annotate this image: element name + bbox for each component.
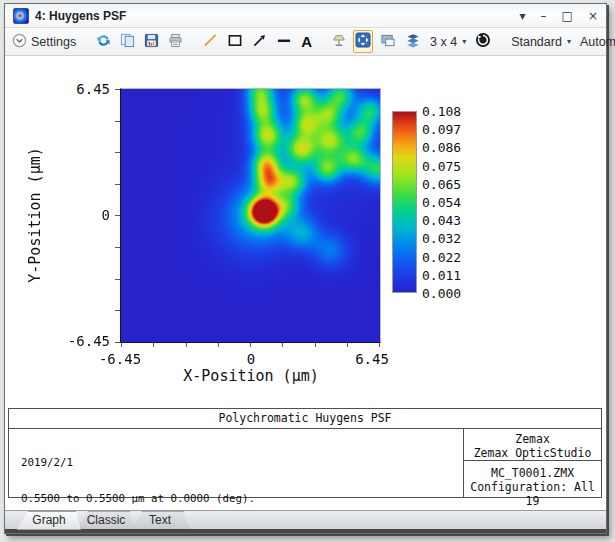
date-text: 2019/2/1	[21, 457, 463, 469]
text-tool-button[interactable]: A	[299, 32, 314, 51]
text-tool-icon: A	[301, 34, 312, 49]
arrow-tool-icon	[252, 33, 267, 51]
x-axis-title: X-Position (µm)	[183, 367, 318, 385]
standard-dropdown[interactable]: Standard ▾	[509, 33, 573, 51]
psf-window-icon	[13, 8, 29, 24]
print-icon	[168, 33, 183, 51]
file-name: MC_T0001.ZMX	[464, 466, 601, 480]
save-icon	[144, 33, 159, 51]
wavelength-text: 0.5500 to 0.5500 µm at 0.0000 (deg).	[21, 493, 463, 505]
analysis-summary: 2019/2/1 0.5500 to 0.5500 µm at 0.0000 (…	[9, 429, 463, 497]
copy-icon	[120, 33, 135, 51]
colorbar-tick-label: 0.011	[422, 268, 461, 283]
refresh-button[interactable]	[94, 31, 113, 53]
info-right-column: Zemax Zemax OpticStudio MC_T0001.ZMX Con…	[463, 429, 601, 497]
copy-image-icon	[380, 33, 396, 51]
psf-heatmap	[121, 89, 380, 342]
x-tick-label: 0	[216, 351, 286, 367]
rectangle-tool-icon	[227, 33, 243, 51]
colorbar-tick-label: 0.097	[422, 122, 461, 137]
window-bottom-edge	[5, 529, 606, 533]
psf-plot-frame	[120, 88, 381, 343]
colorbar-tick-label: 0.065	[422, 177, 461, 192]
line-tool-icon	[203, 33, 218, 51]
window-menu-button[interactable]: ▾	[520, 9, 526, 23]
fit-window-button[interactable]	[353, 30, 373, 53]
standard-label: Standard	[511, 35, 562, 49]
colorbar-tick-label: 0.043	[422, 213, 461, 228]
y-tick-label: 0	[50, 207, 110, 223]
chevron-circle-icon	[12, 33, 27, 51]
save-button[interactable]	[142, 31, 161, 53]
colorbar-labels: 0.1080.0970.0860.0750.0650.0540.0430.032…	[422, 111, 482, 293]
x-axis-ticks	[121, 342, 380, 347]
fit-window-icon	[355, 32, 371, 51]
tab-classic[interactable]: Classic	[77, 511, 135, 530]
titlebar: 4: Huygens PSF ▾ – □ ×	[5, 4, 606, 28]
rectangle-tool-button[interactable]	[225, 31, 245, 53]
vendor-product: Zemax OpticStudio	[464, 446, 601, 460]
colorbar-tick-label: 0.000	[422, 286, 461, 301]
chevron-down-icon: ▾	[462, 37, 466, 46]
copy-image-button[interactable]	[378, 31, 398, 53]
minimize-button[interactable]: –	[541, 9, 547, 23]
history-button[interactable]	[473, 30, 493, 53]
close-button[interactable]: ×	[588, 9, 598, 23]
horizontal-line-tool-button[interactable]	[274, 31, 294, 53]
colorbar-gradient	[392, 111, 417, 293]
settings-dropdown-button[interactable]: Settings	[10, 31, 78, 53]
colorbar-tick-label: 0.054	[422, 195, 461, 210]
window-title: 4: Huygens PSF	[35, 9, 126, 23]
toolbar: Settings A 3 x 4 ▾ Standard ▾ Automatic …	[5, 28, 606, 56]
grid-size-dropdown[interactable]: 3 x 4 ▾	[428, 33, 468, 51]
arrow-tool-button[interactable]	[250, 31, 269, 53]
tab-graph[interactable]: Graph	[17, 511, 81, 530]
vendor-block: Zemax Zemax OpticStudio	[464, 429, 601, 461]
colorbar-tick-label: 0.108	[422, 104, 461, 119]
y-tick-label: 6.45	[50, 81, 110, 97]
tab-text[interactable]: Text	[131, 511, 189, 530]
clock-icon	[475, 32, 491, 51]
automatic-label: Automatic	[580, 35, 615, 49]
automatic-dropdown[interactable]: Automatic ▾	[578, 33, 615, 51]
copy-button[interactable]	[118, 31, 137, 53]
y-axis-title: Y-Position (µm)	[26, 147, 44, 282]
info-panel: Polychromatic Huygens PSF 2019/2/1 0.550…	[8, 408, 602, 498]
lamp-icon	[332, 33, 346, 51]
lamp-button[interactable]	[330, 31, 348, 53]
tab-bar: Graph Classic Text	[5, 510, 606, 530]
y-axis-ticks	[115, 89, 120, 343]
configuration-text: Configuration: All 19	[464, 480, 601, 508]
plot-title: Polychromatic Huygens PSF	[9, 409, 601, 429]
app-window: 4: Huygens PSF ▾ – □ × Settings A 3 x 4	[4, 3, 607, 534]
refresh-icon	[96, 33, 111, 51]
y-tick-label: -6.45	[50, 333, 110, 349]
chevron-down-icon: ▾	[567, 37, 571, 46]
maximize-button[interactable]: □	[562, 9, 573, 23]
settings-label: Settings	[31, 35, 76, 49]
file-block: MC_T0001.ZMX Configuration: All 19	[464, 461, 601, 508]
colorbar-tick-label: 0.075	[422, 159, 461, 174]
horizontal-line-tool-icon	[276, 33, 292, 51]
colorbar-tick-label: 0.022	[422, 250, 461, 265]
graph-view: 6.45 0 -6.45 -6.45 0 6.45 Y-Position (µm…	[5, 56, 606, 533]
line-tool-button[interactable]	[201, 31, 220, 53]
x-tick-label: -6.45	[85, 351, 155, 367]
grid-size-label: 3 x 4	[430, 35, 457, 49]
print-button[interactable]	[166, 31, 185, 53]
colorbar-tick-label: 0.032	[422, 231, 461, 246]
vendor-name: Zemax	[464, 432, 601, 446]
layers-button[interactable]	[403, 31, 423, 53]
layers-icon	[405, 33, 421, 51]
colorbar-tick-label: 0.086	[422, 140, 461, 155]
x-tick-label: 6.45	[337, 351, 407, 367]
